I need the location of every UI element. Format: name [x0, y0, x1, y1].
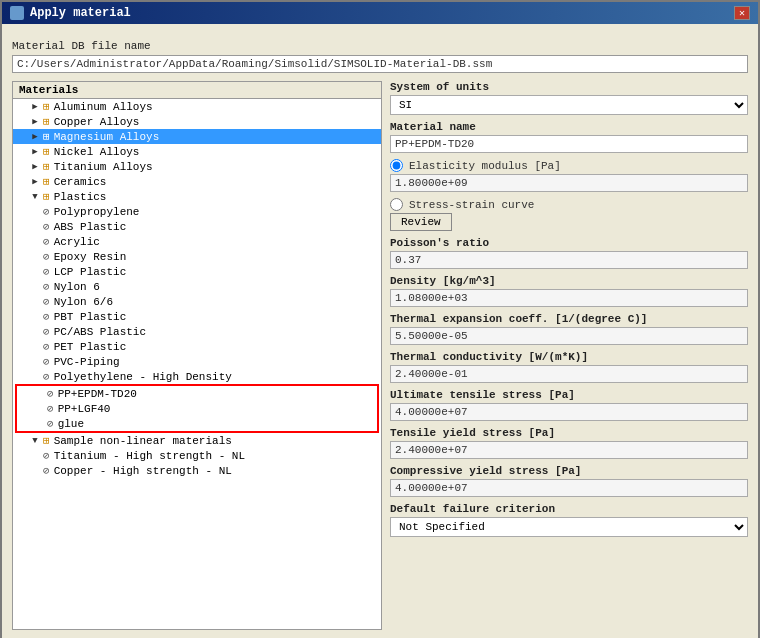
material-icon: ⊘ — [43, 295, 50, 308]
list-item[interactable]: ⊘ Polypropylene — [13, 204, 381, 219]
group-icon-copper: ⊞ — [43, 115, 50, 128]
item-label-copper-nl: Copper - High strength - NL — [54, 465, 232, 477]
elasticity-radio[interactable] — [390, 159, 403, 172]
poisson-label: Poisson's ratio — [390, 237, 748, 249]
units-label: System of units — [390, 81, 748, 93]
item-label-polypropylene: Polypropylene — [54, 206, 140, 218]
item-label-nylon66: Nylon 6/6 — [54, 296, 113, 308]
group-icon-nickel: ⊞ — [43, 145, 50, 158]
material-icon: ⊘ — [47, 387, 54, 400]
list-item[interactable]: ⊘ glue — [17, 416, 377, 431]
compressive-yield-section: Compressive yield stress [Pa] — [390, 465, 748, 501]
stress-strain-radio[interactable] — [390, 198, 403, 211]
failure-label: Default failure criterion — [390, 503, 748, 515]
expand-sample[interactable]: ▼ — [29, 435, 41, 447]
compressive-yield-input[interactable] — [390, 479, 748, 497]
material-icon: ⊘ — [47, 402, 54, 415]
list-item[interactable]: ⊘ Epoxy Resin — [13, 249, 381, 264]
expand-ceramics[interactable]: ▶ — [29, 176, 41, 188]
units-section: System of units SI US Customary — [390, 81, 748, 119]
list-item[interactable]: ⊘ PP+EPDM-TD20 — [17, 386, 377, 401]
failure-select[interactable]: Not Specified — [390, 517, 748, 537]
elasticity-section: Elasticity modulus [Pa] — [390, 159, 748, 196]
list-item[interactable]: ⊘ PBT Plastic — [13, 309, 381, 324]
list-item[interactable]: ⊘ LCP Plastic — [13, 264, 381, 279]
list-item[interactable]: ⊘ Acrylic — [13, 234, 381, 249]
list-item[interactable]: ⊘ PP+LGF40 — [17, 401, 377, 416]
label-plastics: Plastics — [54, 191, 107, 203]
thermal-exp-section: Thermal expansion coeff. [1/(degree C)] — [390, 313, 748, 349]
materials-tree[interactable]: ▶ ⊞ Aluminum Alloys ▶ ⊞ Copper Alloys ▶ … — [13, 99, 381, 629]
list-item[interactable]: ⊘ Nylon 6 — [13, 279, 381, 294]
thermal-cond-label: Thermal conductivity [W/(m*K)] — [390, 351, 748, 363]
tree-item-copper[interactable]: ▶ ⊞ Copper Alloys — [13, 114, 381, 129]
window-body: Material DB file name Materials ▶ ⊞ Alum… — [2, 24, 758, 638]
label-sample: Sample non-linear materials — [54, 435, 232, 447]
ultimate-tensile-input[interactable] — [390, 403, 748, 421]
material-icon: ⊘ — [43, 280, 50, 293]
thermal-exp-input[interactable] — [390, 327, 748, 345]
item-label-pp-lgf: PP+LGF40 — [58, 403, 111, 415]
title-bar: Apply material ✕ — [2, 2, 758, 24]
properties-panel: System of units SI US Customary Material… — [390, 81, 748, 630]
list-item[interactable]: ⊘ ABS Plastic — [13, 219, 381, 234]
label-magnesium: Magnesium Alloys — [54, 131, 160, 143]
material-icon: ⊘ — [43, 250, 50, 263]
group-icon-plastics: ⊞ — [43, 190, 50, 203]
list-item[interactable]: ⊘ PC/ABS Plastic — [13, 324, 381, 339]
tree-item-magnesium[interactable]: ▶ ⊞ Magnesium Alloys — [13, 129, 381, 144]
item-label-pet: PET Plastic — [54, 341, 127, 353]
list-item[interactable]: ⊘ PET Plastic — [13, 339, 381, 354]
item-label-pp-epdm: PP+EPDM-TD20 — [58, 388, 137, 400]
title-bar-left: Apply material — [10, 6, 131, 20]
list-item[interactable]: ⊘ Nylon 6/6 — [13, 294, 381, 309]
item-label-pbt: PBT Plastic — [54, 311, 127, 323]
list-item[interactable]: ⊘ PVC-Piping — [13, 354, 381, 369]
ultimate-tensile-section: Ultimate tensile stress [Pa] — [390, 389, 748, 425]
group-icon-sample: ⊞ — [43, 434, 50, 447]
tree-item-titanium[interactable]: ▶ ⊞ Titanium Alloys — [13, 159, 381, 174]
thermal-cond-input[interactable] — [390, 365, 748, 383]
material-icon: ⊘ — [43, 220, 50, 233]
close-button[interactable]: ✕ — [734, 6, 750, 20]
elasticity-input[interactable] — [390, 174, 748, 192]
tree-item-aluminum[interactable]: ▶ ⊞ Aluminum Alloys — [13, 99, 381, 114]
expand-magnesium[interactable]: ▶ — [29, 131, 41, 143]
item-label-polyethylene: Polyethylene - High Density — [54, 371, 232, 383]
tree-item-plastics[interactable]: ▼ ⊞ Plastics — [13, 189, 381, 204]
review-button[interactable]: Review — [390, 213, 452, 231]
material-name-input[interactable] — [390, 135, 748, 153]
group-icon-aluminum: ⊞ — [43, 100, 50, 113]
label-copper: Copper Alloys — [54, 116, 140, 128]
item-label-abs: ABS Plastic — [54, 221, 127, 233]
expand-titanium[interactable]: ▶ — [29, 161, 41, 173]
compressive-yield-label: Compressive yield stress [Pa] — [390, 465, 748, 477]
density-input[interactable] — [390, 289, 748, 307]
list-item[interactable]: ⊘ Copper - High strength - NL — [13, 463, 381, 478]
poisson-input[interactable] — [390, 251, 748, 269]
tree-item-nickel[interactable]: ▶ ⊞ Nickel Alloys — [13, 144, 381, 159]
list-item[interactable]: ⊘ Titanium - High strength - NL — [13, 448, 381, 463]
label-nickel: Nickel Alloys — [54, 146, 140, 158]
tensile-yield-section: Tensile yield stress [Pa] — [390, 427, 748, 463]
group-icon-ceramics: ⊞ — [43, 175, 50, 188]
expand-aluminum[interactable]: ▶ — [29, 101, 41, 113]
group-icon-magnesium: ⊞ — [43, 130, 50, 143]
db-path-input[interactable] — [12, 55, 748, 73]
thermal-cond-section: Thermal conductivity [W/(m*K)] — [390, 351, 748, 387]
tree-item-ceramics[interactable]: ▶ ⊞ Ceramics — [13, 174, 381, 189]
tree-item-sample[interactable]: ▼ ⊞ Sample non-linear materials — [13, 433, 381, 448]
units-select[interactable]: SI US Customary — [390, 95, 748, 115]
material-icon: ⊘ — [43, 265, 50, 278]
material-icon: ⊘ — [43, 355, 50, 368]
expand-plastics[interactable]: ▼ — [29, 191, 41, 203]
expand-nickel[interactable]: ▶ — [29, 146, 41, 158]
materials-panel: Materials ▶ ⊞ Aluminum Alloys ▶ ⊞ Copper… — [12, 81, 382, 630]
ultimate-tensile-label: Ultimate tensile stress [Pa] — [390, 389, 748, 401]
tensile-yield-input[interactable] — [390, 441, 748, 459]
expand-copper[interactable]: ▶ — [29, 116, 41, 128]
material-icon: ⊘ — [43, 310, 50, 323]
item-label-pvc: PVC-Piping — [54, 356, 120, 368]
label-ceramics: Ceramics — [54, 176, 107, 188]
list-item[interactable]: ⊘ Polyethylene - High Density — [13, 369, 381, 384]
